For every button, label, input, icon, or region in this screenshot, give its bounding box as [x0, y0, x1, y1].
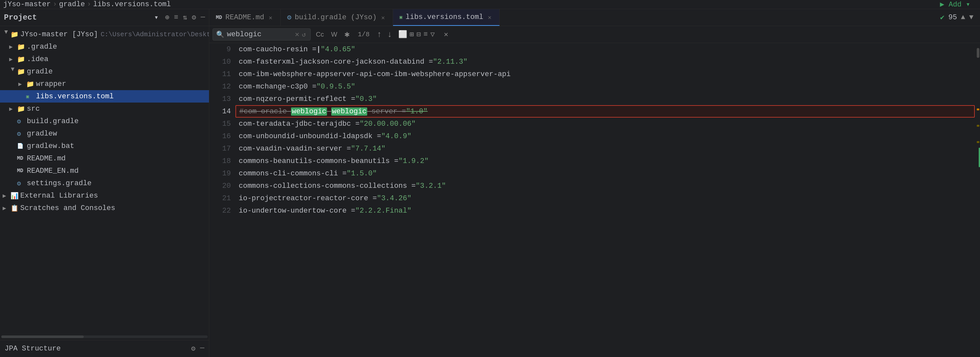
arrow-settings-gradle — [9, 180, 17, 187]
idea-label: .idea — [27, 55, 206, 63]
tab-libs-versions[interactable]: ▣ libs.versions.toml ✕ — [393, 9, 500, 26]
tab-build-gradle[interactable]: ⚙ build.gradle (JYso) ✕ — [280, 9, 393, 26]
settings-gradle-icon: ⚙ — [17, 179, 27, 187]
code-text: com-vaadin-vaadin-server = — [239, 145, 351, 153]
whole-word-btn[interactable]: W — [328, 30, 340, 39]
search-clear-icon[interactable]: ✕ — [295, 30, 299, 39]
sidebar-header-icons: ⊕ ≡ ⇅ ⚙ ─ — [165, 13, 205, 22]
tree-item-gradlew[interactable]: ⚙ gradlew — [0, 127, 209, 140]
tree-item-settings-gradle[interactable]: ⚙ settings.gradle — [0, 177, 209, 189]
expand-icon[interactable]: ▲ — [961, 13, 965, 22]
scroll-match-indicator — [977, 108, 979, 110]
tab-readme-close[interactable]: ✕ — [267, 13, 274, 22]
sort-icon[interactable]: ⇅ — [183, 13, 187, 22]
search-next-btn[interactable]: ↓ — [385, 29, 395, 40]
code-string: "3.2.1" — [415, 182, 446, 190]
scroll-thumb — [977, 48, 979, 58]
list-icon[interactable]: ≡ — [174, 13, 178, 22]
tree-item-gradle-main[interactable]: ▶ 📁 gradle — [0, 65, 209, 78]
gradle-main-label: gradle — [27, 68, 206, 76]
code-text: com-ibm-websphere-appserver-api-com-ibm-… — [239, 70, 511, 78]
code-comment-string: "1.0" — [406, 108, 428, 116]
ext-libs-label: External Libraries — [20, 192, 206, 200]
tree-item-wrapper[interactable]: ▶ 📁 wrapper — [0, 78, 209, 90]
line-num-12: 12 — [209, 80, 235, 93]
code-string: "20.00.00.06" — [360, 120, 416, 128]
tab-readme[interactable]: MD README.md ✕ — [209, 9, 280, 26]
gradlew-bat-label: gradlew.bat — [27, 142, 206, 150]
scroll-match-3 — [977, 141, 979, 143]
collapse-icon[interactable]: ▼ — [969, 13, 974, 22]
search-input[interactable] — [227, 30, 292, 38]
tree-item-ext-libs[interactable]: ▶ 📊 External Libraries — [0, 189, 209, 202]
add-button[interactable]: ▶ Add ▾ — [940, 0, 970, 9]
arrow-scratches: ▶ — [3, 205, 11, 212]
regex-btn[interactable]: ✱ — [342, 30, 353, 40]
code-line-14: #com-oracle-weblogic-weblogic-server = "… — [235, 105, 975, 117]
sidebar-bottom-icons: ⚙ ─ — [191, 344, 204, 353]
scroll-match-2 — [977, 125, 979, 127]
sh-file-icon: ⚙ — [17, 130, 27, 138]
case-sensitive-btn[interactable]: Cc — [313, 30, 326, 39]
arrow-readme — [9, 155, 17, 162]
tab-build-gradle-close[interactable]: ✕ — [380, 13, 386, 22]
breadcrumb-part-2[interactable]: gradle — [59, 0, 85, 8]
breadcrumb-part-1[interactable]: jYso-master — [3, 0, 51, 8]
code-string: "1.5.0" — [347, 170, 377, 178]
jpa-minimize-icon[interactable]: ─ — [200, 344, 204, 353]
jpa-settings-icon[interactable]: ⚙ — [191, 344, 196, 353]
tree-item-readme-en[interactable]: MD README_EN.md — [0, 165, 209, 177]
search-close-btn[interactable]: ✕ — [444, 30, 448, 39]
sync-icon[interactable]: ⊕ — [165, 13, 169, 22]
search-filter-btn[interactable]: ⊞ — [410, 30, 414, 39]
code-area[interactable]: com-caucho-resin = |"4.0.65" com-fasterx… — [235, 43, 975, 357]
code-line-16: com-unboundid-unboundid-ldapsdk = "4.0.9… — [235, 130, 975, 143]
tree-item-build-gradle[interactable]: ⚙ build.gradle — [0, 115, 209, 127]
tree-item-gradlew-bat[interactable]: 📄 gradlew.bat — [0, 140, 209, 152]
tree-item-readme[interactable]: MD README.md — [0, 152, 209, 165]
gradlew-label: gradlew — [27, 130, 206, 138]
tree-item-scratches[interactable]: ▶ 📋 Scratches and Consoles — [0, 202, 209, 214]
code-string: "4.0.65" — [321, 45, 355, 54]
code-line-11: com-ibm-websphere-appserver-api-com-ibm-… — [235, 68, 975, 80]
code-text: commons-cli-commons-cli = — [239, 170, 347, 178]
sidebar-header: Project ▾ ⊕ ≡ ⇅ ⚙ ─ — [0, 9, 209, 26]
line-num-13: 13 — [209, 93, 235, 105]
tab-libs-versions-close[interactable]: ✕ — [487, 13, 493, 22]
tab-bar: MD README.md ✕ ⚙ build.gradle (JYso) ✕ ▣… — [209, 9, 980, 26]
search-opt3-btn[interactable]: ≡ — [423, 30, 428, 38]
settings-gradle-label: settings.gradle — [27, 179, 206, 187]
md-en-file-icon: MD — [17, 168, 27, 174]
arrow-idea: ▶ — [9, 56, 17, 63]
search-opt4-btn[interactable]: ▽ — [430, 30, 434, 39]
tree-item-gradle-hidden[interactable]: ▶ 📁 .gradle — [0, 41, 209, 53]
tree-item-jyso-root[interactable]: ▶ 📁 JYso-master [JYso] C:\Users\Administ… — [0, 28, 209, 41]
dropdown-arrow[interactable]: ▾ — [154, 13, 159, 22]
search-opt2-btn[interactable]: ⊟ — [417, 30, 421, 39]
folder-icon-idea: 📁 — [17, 55, 27, 63]
libs-versions-label: libs.versions.toml — [36, 92, 206, 101]
toml-file-icon: ▣ — [26, 94, 36, 99]
code-text: com-unboundid-unboundid-ldapsdk = — [239, 132, 381, 140]
sidebar-bottom-bar: JPA Structure ⚙ ─ — [0, 340, 209, 357]
tab-build-gradle-label: build.gradle (JYso) — [294, 13, 377, 22]
search-nav-buttons: ↑ ↓ — [375, 29, 394, 40]
green-scroll-accent — [979, 148, 980, 167]
editor-scrollbar[interactable] — [975, 43, 980, 357]
arrow-gradlew — [9, 130, 17, 137]
folder-icon: 📁 — [17, 43, 27, 51]
search-prev-btn[interactable]: ↑ — [375, 29, 384, 40]
settings-icon[interactable]: ⚙ — [192, 13, 196, 22]
search-refresh-icon[interactable]: ↺ — [302, 30, 306, 38]
code-line-22: io-undertow-undertow-core = "2.2.2.Final… — [235, 205, 975, 217]
search-expand-btn[interactable]: ⬜ — [398, 30, 407, 39]
sidebar: Project ▾ ⊕ ≡ ⇅ ⚙ ─ ▶ 📁 JYso-master [JYs… — [0, 9, 209, 357]
tree-item-libs-versions[interactable]: ▣ libs.versions.toml — [0, 90, 209, 103]
tree-item-idea[interactable]: ▶ 📁 .idea — [0, 53, 209, 65]
arrow-libs — [18, 93, 26, 100]
minimize-icon[interactable]: ─ — [201, 13, 205, 22]
line-num-11: 11 — [209, 68, 235, 80]
arrow-gradle-main: ▶ — [10, 68, 17, 75]
gradle-file-icon: ⚙ — [17, 117, 27, 125]
tree-item-src[interactable]: ▶ 📁 src — [0, 103, 209, 115]
